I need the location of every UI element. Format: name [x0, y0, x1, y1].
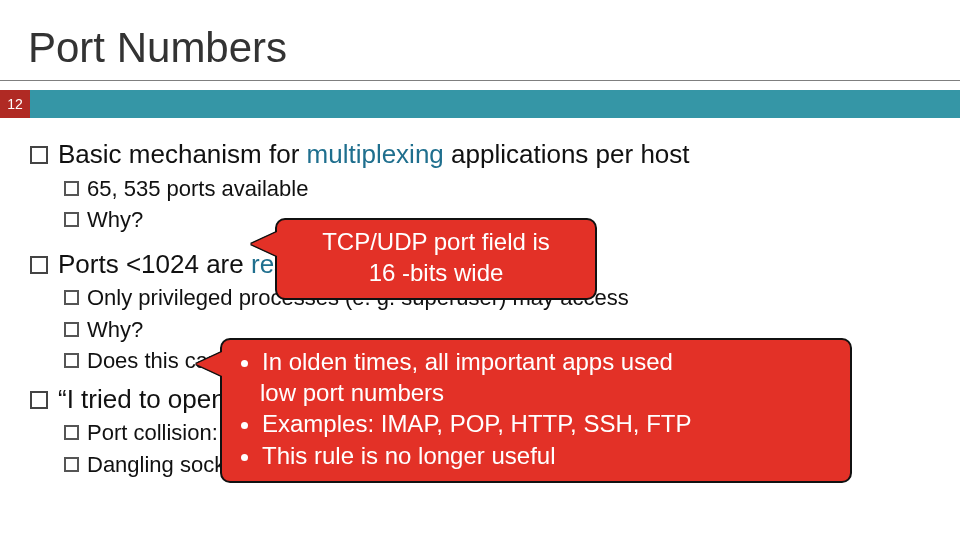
- page-number-badge: 12: [0, 90, 30, 118]
- bullet-icon: [64, 353, 79, 368]
- callout-low-ports: In olden times, all important apps used …: [220, 338, 852, 483]
- bullet-level2: 65, 535 ports available: [64, 175, 940, 203]
- bullet-text: 65, 535 ports available: [87, 175, 308, 203]
- bullet-icon: [30, 256, 48, 274]
- bullet-icon: [64, 457, 79, 472]
- callout-line: TCP/UDP port field is: [291, 226, 581, 257]
- bullet-icon: [64, 181, 79, 196]
- bullet-text: Why?: [87, 206, 143, 234]
- bullet-icon: [64, 212, 79, 227]
- callout-list-item: In olden times, all important apps used …: [262, 346, 836, 408]
- slide-title: Port Numbers: [28, 24, 287, 72]
- bullet-icon: [64, 290, 79, 305]
- bullet-level1: Basic mechanism for multiplexing applica…: [30, 138, 940, 171]
- callout-list-item: Examples: IMAP, POP, HTTP, SSH, FTP: [262, 408, 836, 439]
- bullet-icon: [64, 425, 79, 440]
- callout-list: In olden times, all important apps used …: [236, 346, 836, 471]
- bullet-text: “I tried to open a: [58, 383, 247, 416]
- keyword: multiplexing: [307, 139, 444, 169]
- title-rule: [0, 80, 960, 81]
- slide: Port Numbers 12 Basic mechanism for mult…: [0, 0, 960, 540]
- callout-arrow-icon: [251, 232, 277, 256]
- callout-list-item: This rule is no longer useful: [262, 440, 836, 471]
- bullet-icon: [30, 146, 48, 164]
- bullet-icon: [64, 322, 79, 337]
- callout-arrow-icon: [196, 352, 222, 376]
- callout-port-field: TCP/UDP port field is 16 -bits wide: [275, 218, 597, 300]
- header-bar: [30, 90, 960, 118]
- bullet-icon: [30, 391, 48, 409]
- bullet-text: Basic mechanism for multiplexing applica…: [58, 138, 690, 171]
- callout-line: 16 -bits wide: [291, 257, 581, 288]
- bullet-text: Why?: [87, 316, 143, 344]
